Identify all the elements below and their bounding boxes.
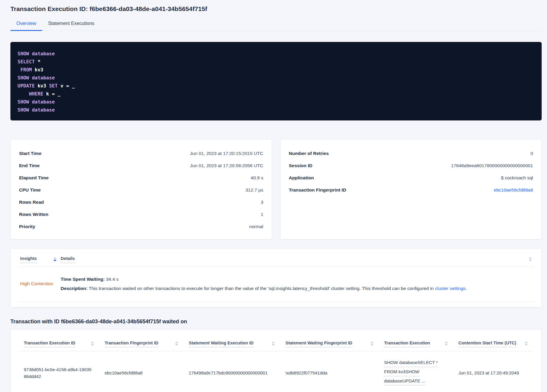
sort-icon[interactable] xyxy=(272,341,275,346)
description-text: This transaction waited on other transac… xyxy=(87,286,435,291)
column-label: Statement Waiting Fingerprint ID xyxy=(285,341,352,347)
column-header-contention-start-time-utc[interactable]: Contention Start Time (UTC) xyxy=(458,341,528,347)
stat-label: Elapsed Time xyxy=(19,175,49,181)
sort-icon[interactable] xyxy=(529,257,532,261)
sql-code: SHOW databaseSELECT * FROM kv3SHOW datab… xyxy=(18,50,535,114)
tab-overview[interactable]: Overview xyxy=(10,17,42,31)
column-header-insights[interactable]: Insights xyxy=(20,256,61,263)
insights-table: Insights Details High Contention Time Sp… xyxy=(10,249,542,307)
column-header-transaction-execution[interactable]: Transaction Execution xyxy=(384,341,458,347)
transaction-fingerprint-id-cell: ebc10ae56cfd88a8 xyxy=(105,369,189,376)
waited-on-body: 9738d051-bc0e-4158-a9b4-1903586ddd42ebc1… xyxy=(19,351,533,392)
stat-value: 1 xyxy=(261,212,263,217)
transaction-execution-link[interactable]: SHOW databaseSELECT * xyxy=(384,359,438,367)
column-label: Contention Start Time (UTC) xyxy=(458,341,516,347)
stat-value: Jun 01, 2023 at 17:20:56:2056 UTC xyxy=(190,163,263,168)
transaction-execution-cell: SHOW databaseSELECT *FROM kv3SHOWdatabas… xyxy=(384,359,458,387)
stat-row: End TimeJun 01, 2023 at 17:20:56:2056 UT… xyxy=(19,159,263,172)
stat-row: Transaction Fingerprint IDebc10ae56cfd88… xyxy=(289,184,533,196)
stat-row: Session ID17648a9eea60178000000000000000… xyxy=(289,159,533,172)
summary-cards: Start TimeJun 01, 2023 at 17:20:15:2015 … xyxy=(10,139,542,239)
insight-badge-high-contention: High Contention xyxy=(20,281,61,286)
column-label: Transaction Execution ID xyxy=(24,341,75,347)
column-label: Transaction Execution xyxy=(384,341,430,347)
table-row: 9738d051-bc0e-4158-a9b4-1903586ddd42ebc1… xyxy=(19,351,533,392)
transaction-execution-link[interactable]: databaseUPDATE ... xyxy=(384,377,425,385)
summary-left-rows: Start TimeJun 01, 2023 at 17:20:15:2015 … xyxy=(19,147,263,233)
execution-summary-card: Start TimeJun 01, 2023 at 17:20:15:2015 … xyxy=(10,139,272,239)
sort-icon[interactable] xyxy=(175,341,178,346)
waited-on-table: Transaction Execution IDTransaction Fing… xyxy=(10,330,542,392)
sql-line: SELECT * xyxy=(18,58,535,66)
statement-waiting-fingerprint-id-cell: \xdb8922f077541dda xyxy=(285,369,384,376)
page-title: Transaction Execution ID: f6be6366-da03-… xyxy=(10,5,542,12)
stat-label: Rows Written xyxy=(19,212,48,217)
insight-row: High Contention Time Spent Waiting: 34.4… xyxy=(18,267,534,302)
statement-waiting-execution-id-cell: 176498a9c717bdc80000000000000001 xyxy=(189,369,285,376)
sql-line: SHOW database xyxy=(18,98,535,106)
stat-label: Number of Retries xyxy=(289,151,329,156)
sql-line: FROM kv3 xyxy=(18,66,535,74)
contention-start-time-cell: Jun 01, 2023 at 17:20:49:2049 xyxy=(458,369,528,376)
column-header-transaction-fingerprint-id[interactable]: Transaction Fingerprint ID xyxy=(105,341,189,347)
insights-header: Insights Details xyxy=(18,253,534,263)
sort-icon[interactable] xyxy=(370,341,373,346)
stat-label: Rows Read xyxy=(19,200,44,205)
description-label: Description: xyxy=(61,286,87,291)
summary-right-rows: Number of Retries0Session ID17648a9eea60… xyxy=(289,147,533,196)
tab-statement-executions[interactable]: Statement Executions xyxy=(42,17,100,31)
transaction-execution-page: Transaction Execution ID: f6be6366-da03-… xyxy=(0,0,547,392)
insights-column-label: Insights xyxy=(20,256,37,263)
stat-label: Start Time xyxy=(19,151,42,156)
stat-row: Rows Written1 xyxy=(19,208,263,220)
stat-label: Transaction Fingerprint ID xyxy=(289,187,346,193)
sort-icon[interactable] xyxy=(91,341,94,346)
stat-value: Jun 01, 2023 at 17:20:15:2015 UTC xyxy=(190,151,263,156)
cluster-settings-link[interactable]: cluster settings xyxy=(435,286,466,291)
insight-details: Time Spent Waiting: 34.4 s Description: … xyxy=(61,275,532,293)
insight-description: Description: This transaction waited on … xyxy=(61,284,532,293)
stat-label: Session ID xyxy=(289,163,312,168)
time-spent-waiting-label: Time Spent Waiting: xyxy=(61,277,105,282)
column-header-statement-waiting-execution-id[interactable]: Statement Waiting Execution ID xyxy=(189,341,285,347)
transaction-fingerprint-link[interactable]: ebc10ae56cfd88a8 xyxy=(494,187,533,193)
sort-icon[interactable] xyxy=(54,257,56,261)
sql-line: SHOW database xyxy=(18,74,535,82)
insights-header-right xyxy=(529,256,532,261)
stat-value: 312.7 µs xyxy=(246,187,263,193)
description-suffix: . xyxy=(466,286,467,291)
sql-statements-box: SHOW databaseSELECT * FROM kv3SHOW datab… xyxy=(10,42,542,120)
sql-line: SHOW database xyxy=(18,106,535,114)
stat-value: 17648a9eea6017800000000000000001 xyxy=(451,163,533,168)
stat-label: Priority xyxy=(19,224,35,229)
stat-value: 40.9 s xyxy=(251,175,263,181)
sort-icon[interactable] xyxy=(525,341,528,346)
stat-value: normal xyxy=(249,224,263,229)
sql-line: WHERE k = _ xyxy=(18,90,535,98)
stat-label: CPU Time xyxy=(19,187,41,193)
stat-label: End Time xyxy=(19,163,40,168)
waited-on-heading: Transaction with ID f6be6366-da03-48de-a… xyxy=(10,319,542,325)
transaction-execution-link[interactable]: FROM kv3SHOW xyxy=(384,368,419,376)
sort-icon[interactable] xyxy=(445,341,448,346)
details-column-label: Details xyxy=(61,256,75,263)
stat-value: 3 xyxy=(261,200,263,205)
time-spent-waiting-value: 34.4 s xyxy=(105,277,119,282)
stat-row: Elapsed Time40.9 s xyxy=(19,172,263,184)
stat-value: 0 xyxy=(530,151,533,156)
transaction-execution-id-cell: 9738d051-bc0e-4158-a9b4-1903586ddd42 xyxy=(24,366,105,380)
column-header-statement-waiting-fingerprint-id[interactable]: Statement Waiting Fingerprint ID xyxy=(285,341,384,347)
stat-value: $ cockroach sql xyxy=(501,175,533,181)
stat-row: Rows Read3 xyxy=(19,196,263,208)
stat-row: Application$ cockroach sql xyxy=(289,172,533,184)
column-header-details[interactable]: Details xyxy=(61,256,529,263)
session-summary-card: Number of Retries0Session ID17648a9eea60… xyxy=(280,139,542,239)
waited-on-header: Transaction Execution IDTransaction Fing… xyxy=(19,336,533,347)
column-header-transaction-execution-id[interactable]: Transaction Execution ID xyxy=(24,341,105,347)
stat-row: Prioritynormal xyxy=(19,220,263,233)
column-label: Statement Waiting Execution ID xyxy=(189,341,254,347)
tab-bar: Overview Statement Executions xyxy=(10,17,542,31)
time-spent-waiting: Time Spent Waiting: 34.4 s xyxy=(61,275,532,284)
sql-line: UPDATE kv3 SET v = _ xyxy=(18,82,535,90)
stat-row: Number of Retries0 xyxy=(289,147,533,159)
